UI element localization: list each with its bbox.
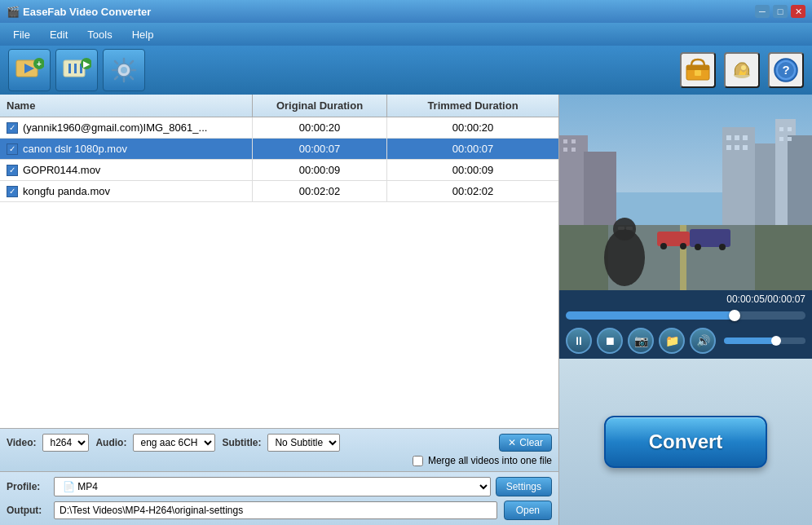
volume-thumb[interactable] — [771, 336, 781, 346]
file-name-text: kongfu panda.mov — [23, 185, 110, 197]
svg-point-61 — [680, 243, 686, 249]
row-checkbox[interactable] — [7, 165, 18, 176]
table-row[interactable]: canon dslr 1080p.mov00:00:0700:00:07 — [0, 139, 558, 160]
app-icon: 🎬 — [7, 6, 20, 18]
volume-bar[interactable] — [724, 338, 805, 344]
add-video-button[interactable]: + — [8, 49, 51, 91]
seek-thumb[interactable] — [729, 310, 740, 321]
svg-rect-51 — [571, 139, 576, 143]
svg-rect-59 — [690, 229, 730, 247]
buy-button[interactable] — [680, 52, 716, 88]
svg-rect-41 — [726, 145, 731, 150]
svg-line-16 — [115, 61, 117, 64]
clear-label: Clear — [519, 437, 543, 448]
svg-rect-22 — [695, 70, 701, 76]
svg-rect-47 — [788, 137, 792, 141]
open-folder-button[interactable]: Open — [504, 501, 552, 520]
row-checkbox[interactable] — [7, 122, 18, 134]
output-label: Output: — [7, 505, 47, 516]
stop-button[interactable]: ⏹ — [597, 328, 623, 354]
seek-bar[interactable] — [566, 311, 805, 320]
trimmed-duration-cell: 00:00:20 — [387, 117, 558, 138]
register-button[interactable] — [724, 52, 760, 88]
menubar: File Edit Tools Help — [0, 23, 812, 46]
seek-bar-container[interactable] — [559, 308, 812, 323]
video-thumbnail — [559, 95, 812, 290]
svg-rect-42 — [735, 145, 739, 150]
svg-rect-45 — [788, 127, 792, 131]
video-select[interactable]: h264 — [42, 434, 89, 452]
subtitle-select[interactable]: No Subtitle — [267, 434, 340, 452]
titlebar: 🎬 EaseFab Video Converter ─ □ ✕ — [0, 0, 812, 23]
menu-help[interactable]: Help — [122, 25, 164, 44]
original-duration-cell: 00:02:02 — [253, 181, 387, 201]
output-path-input[interactable] — [54, 501, 497, 519]
time-text: 00:00:05/00:00:07 — [726, 293, 805, 305]
merge-label[interactable]: Merge all videos into one file — [428, 455, 552, 466]
camera-icon: 📷 — [634, 334, 648, 347]
row-checkbox[interactable] — [7, 186, 18, 197]
svg-point-63 — [719, 244, 726, 250]
table-row[interactable]: (yannik1960@gmail.com)IMG_8061_...00:00:… — [0, 117, 558, 139]
menu-tools[interactable]: Tools — [77, 25, 121, 44]
minimize-button[interactable]: ─ — [755, 5, 770, 18]
profile-select[interactable]: 📄 MP4 — [54, 477, 491, 496]
volume-icon: 🔊 — [696, 334, 710, 347]
help-button[interactable]: ? — [768, 52, 804, 88]
svg-rect-5 — [68, 64, 71, 73]
convert-button[interactable]: Convert — [604, 416, 767, 468]
file-name-cell: GOPR0144.mov — [0, 160, 253, 180]
svg-line-19 — [115, 77, 117, 79]
svg-line-17 — [130, 77, 133, 79]
pause-icon: ⏸ — [573, 334, 585, 347]
file-rows: (yannik1960@gmail.com)IMG_8061_...00:00:… — [0, 117, 558, 202]
media-controls: Video: h264 Audio: eng aac 6CH Subtitle:… — [0, 429, 558, 472]
window-controls: ─ □ ✕ — [755, 5, 805, 18]
maximize-button[interactable]: □ — [773, 5, 788, 18]
file-name-text: (yannik1960@gmail.com)IMG_8061_... — [23, 121, 207, 134]
merge-checkbox[interactable] — [413, 456, 423, 466]
video-controls: ⏸ ⏹ 📷 📁 🔊 — [559, 323, 812, 359]
svg-point-24 — [741, 65, 746, 70]
file-list-header: Name Original Duration Trimmed Duration — [0, 95, 558, 117]
svg-rect-53 — [571, 148, 576, 152]
close-button[interactable]: ✕ — [791, 5, 805, 18]
open-file-button[interactable]: 📁 — [659, 328, 685, 354]
col-header-trimmed: Trimmed Duration — [387, 95, 558, 117]
settings-profile-button[interactable]: Settings — [496, 477, 552, 496]
svg-text:+: + — [37, 60, 42, 68]
settings-button[interactable] — [103, 49, 145, 91]
pause-button[interactable]: ⏸ — [566, 328, 592, 354]
output-row: Output: Open — [7, 501, 552, 520]
svg-rect-52 — [563, 148, 567, 152]
table-row[interactable]: kongfu panda.mov00:02:0200:02:02 — [0, 181, 558, 202]
video-label: Video: — [7, 437, 36, 448]
app-title: EaseFab Video Converter — [23, 6, 151, 18]
svg-rect-49 — [584, 152, 616, 225]
profile-select-wrap: 📄 MP4 Settings — [54, 477, 552, 496]
original-duration-cell: 00:00:20 — [253, 117, 387, 138]
menu-file[interactable]: File — [3, 25, 40, 44]
clear-icon: ✕ — [508, 437, 516, 448]
menu-edit[interactable]: Edit — [40, 25, 77, 44]
row-checkbox[interactable] — [7, 143, 18, 155]
table-row[interactable]: GOPR0144.mov00:00:0900:00:09 — [0, 160, 558, 181]
clear-button[interactable]: ✕ Clear — [499, 434, 552, 452]
file-name-cell: (yannik1960@gmail.com)IMG_8061_... — [0, 117, 253, 138]
svg-rect-56 — [618, 227, 624, 230]
audio-select[interactable]: eng aac 6CH — [133, 434, 215, 452]
svg-rect-46 — [779, 137, 783, 141]
video-time-display: 00:00:05/00:00:07 — [559, 290, 812, 308]
edit-video-button[interactable]: ▶ — [55, 49, 98, 91]
volume-bar-container[interactable] — [724, 338, 805, 344]
volume-button[interactable]: 🔊 — [690, 328, 716, 354]
file-name-text: GOPR0144.mov — [23, 164, 100, 176]
convert-area: Convert — [559, 359, 812, 525]
svg-text:?: ? — [782, 63, 789, 77]
svg-point-62 — [695, 244, 701, 250]
toolbar: + ▶ — [0, 46, 812, 95]
file-name-cell: canon dslr 1080p.mov — [0, 139, 253, 159]
svg-rect-43 — [743, 145, 748, 150]
snapshot-button[interactable]: 📷 — [628, 328, 654, 354]
svg-rect-39 — [735, 135, 739, 140]
